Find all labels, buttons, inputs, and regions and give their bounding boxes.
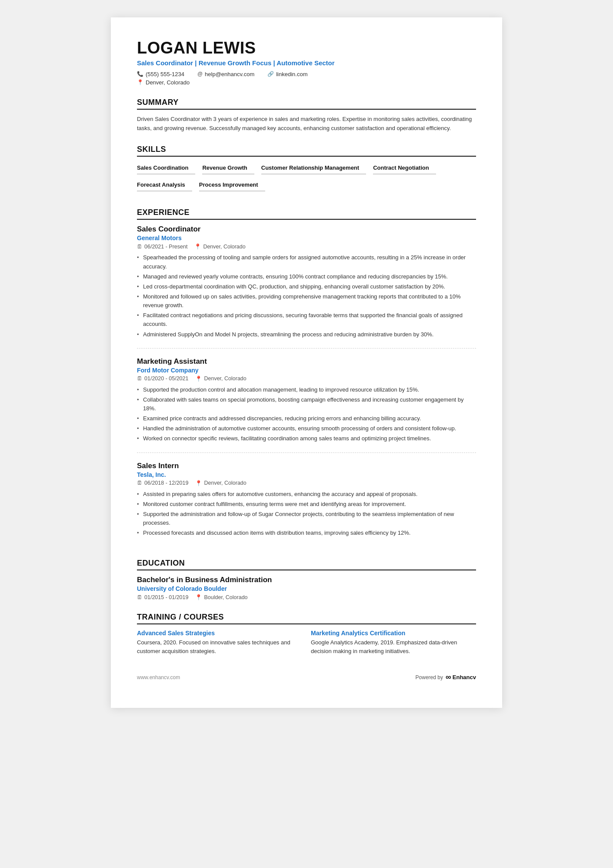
email-address: help@enhancv.com <box>205 71 254 77</box>
experience-section: EXPERIENCE Sales Coordinator General Mot… <box>137 208 476 546</box>
job-bullets-1: Spearheaded the processing of tooling an… <box>137 253 476 338</box>
training-section: TRAINING / COURSES Advanced Sales Strate… <box>137 613 476 655</box>
email-icon: @ <box>197 71 203 77</box>
resume-container: LOGAN LEWIS Sales Coordinator | Revenue … <box>111 17 502 708</box>
bullet-item: Spearheaded the processing of tooling an… <box>137 253 476 271</box>
pin-icon: 📍 <box>195 375 202 382</box>
email-contact: @ help@enhancv.com <box>197 71 254 77</box>
job-1: Sales Coordinator General Motors 🗓 06/20… <box>137 225 476 348</box>
bullet-item: Assisted in preparing sales offers for a… <box>137 490 476 499</box>
pin-icon: 📍 <box>194 243 201 250</box>
bullet-item: Monitored and followed up on sales activ… <box>137 292 476 310</box>
skill-item: Process Improvement <box>199 179 265 191</box>
enhancv-logo: ∞ Enhancv <box>446 673 476 682</box>
bullet-item: Supported the production control and all… <box>137 385 476 394</box>
edu-school: University of Colorado Boulder <box>137 585 476 592</box>
bullet-item: Facilitated contract negotiations and pr… <box>137 311 476 328</box>
job-meta-1: 🗓 06/2021 - Present 📍 Denver, Colorado <box>137 243 476 250</box>
job-location-2: 📍 Denver, Colorado <box>195 375 246 382</box>
bullet-item: Monitored customer contract fulfillments… <box>137 500 476 509</box>
calendar-icon: 🗓 <box>137 375 143 382</box>
job-dates-1: 🗓 06/2021 - Present <box>137 244 187 250</box>
contact-row-2: 📍 Denver, Colorado <box>137 79 476 86</box>
training-description-1: Coursera, 2020. Focused on innovative sa… <box>137 638 302 655</box>
job-2: Marketing Assistant Ford Motor Company 🗓… <box>137 357 476 453</box>
training-grid: Advanced Sales Strategies Coursera, 2020… <box>137 630 476 655</box>
job-location-1: 📍 Denver, Colorado <box>194 243 245 250</box>
bullet-item: Worked on connector specific reviews, fa… <box>137 434 476 443</box>
job-title-1: Sales Coordinator <box>137 225 476 234</box>
logo-brand-name: Enhancv <box>453 674 476 680</box>
skill-item: Forecast Analysis <box>137 179 192 191</box>
linkedin-contact[interactable]: 🔗 linkedin.com <box>267 71 307 77</box>
linkedin-url: linkedin.com <box>276 71 307 77</box>
job-bullets-2: Supported the production control and all… <box>137 385 476 443</box>
pin-icon: 📍 <box>195 594 202 600</box>
footer-website: www.enhancv.com <box>137 674 180 680</box>
training-description-2: Google Analytics Academy, 2019. Emphasiz… <box>311 638 476 655</box>
location-text: Denver, Colorado <box>146 79 190 86</box>
company-name-2: Ford Motor Company <box>137 367 476 374</box>
summary-text: Driven Sales Coordinator with 3 years of… <box>137 115 476 133</box>
job-bullets-3: Assisted in preparing sales offers for a… <box>137 490 476 538</box>
skill-item: Customer Relationship Management <box>261 162 366 174</box>
calendar-icon: 🗓 <box>137 594 143 600</box>
skill-item: Contract Negotiation <box>373 162 436 174</box>
training-title-1: Advanced Sales Strategies <box>137 630 302 637</box>
edu-dates: 🗓 01/2015 - 01/2019 <box>137 594 188 600</box>
training-title-2: Marketing Analytics Certification <box>311 630 476 637</box>
phone-icon: 📞 <box>137 71 143 77</box>
job-meta-2: 🗓 01/2020 - 05/2021 📍 Denver, Colorado <box>137 375 476 382</box>
candidate-title: Sales Coordinator | Revenue Growth Focus… <box>137 59 476 67</box>
job-location-3: 📍 Denver, Colorado <box>195 480 246 486</box>
bullet-item: Collaborated with sales teams on special… <box>137 395 476 413</box>
phone-number: (555) 555-1234 <box>146 71 184 77</box>
bullet-item: Examined price contracts and addressed d… <box>137 414 476 423</box>
pin-icon: 📍 <box>195 480 202 486</box>
contact-row-1: 📞 (555) 555-1234 @ help@enhancv.com 🔗 li… <box>137 71 476 77</box>
training-item-1: Advanced Sales Strategies Coursera, 2020… <box>137 630 302 655</box>
calendar-icon: 🗓 <box>137 244 143 250</box>
job-meta-3: 🗓 06/2018 - 12/2019 📍 Denver, Colorado <box>137 480 476 486</box>
company-name-3: Tesla, Inc. <box>137 471 476 478</box>
bullet-item: Administered SupplyOn and Model N projec… <box>137 330 476 339</box>
experience-heading: EXPERIENCE <box>137 208 476 220</box>
bullet-item: Handled the administration of automotive… <box>137 424 476 433</box>
bullet-item: Led cross-departmental coordination with… <box>137 282 476 291</box>
location-contact: 📍 Denver, Colorado <box>137 79 190 86</box>
edu-location: 📍 Boulder, Colorado <box>195 594 247 600</box>
candidate-name: LOGAN LEWIS <box>137 39 476 57</box>
logo-symbol: ∞ <box>446 673 451 682</box>
education-heading: EDUCATION <box>137 559 476 570</box>
summary-section: SUMMARY Driven Sales Coordinator with 3 … <box>137 98 476 133</box>
calendar-icon: 🗓 <box>137 480 143 486</box>
training-heading: TRAINING / COURSES <box>137 613 476 624</box>
skills-grid: Sales Coordination Revenue Growth Custom… <box>137 162 476 196</box>
header: LOGAN LEWIS Sales Coordinator | Revenue … <box>137 39 476 86</box>
powered-by-text: Powered by <box>416 674 443 680</box>
link-icon: 🔗 <box>267 71 274 77</box>
resume-footer: www.enhancv.com Powered by ∞ Enhancv <box>137 673 476 682</box>
job-dates-3: 🗓 06/2018 - 12/2019 <box>137 480 188 486</box>
company-name-1: General Motors <box>137 235 476 241</box>
location-icon: 📍 <box>137 79 143 85</box>
edu-meta: 🗓 01/2015 - 01/2019 📍 Boulder, Colorado <box>137 594 476 600</box>
footer-brand: Powered by ∞ Enhancv <box>416 673 476 682</box>
edu-degree: Bachelor's in Business Administration <box>137 576 476 584</box>
phone-contact: 📞 (555) 555-1234 <box>137 71 184 77</box>
summary-heading: SUMMARY <box>137 98 476 110</box>
job-title-2: Marketing Assistant <box>137 357 476 366</box>
job-dates-2: 🗓 01/2020 - 05/2021 <box>137 375 188 382</box>
bullet-item: Supported the administration and follow-… <box>137 510 476 527</box>
bullet-item: Processed forecasts and discussed action… <box>137 529 476 537</box>
bullet-item: Managed and reviewed yearly volume contr… <box>137 272 476 281</box>
skills-section: SKILLS Sales Coordination Revenue Growth… <box>137 145 476 196</box>
job-title-3: Sales Intern <box>137 462 476 470</box>
skills-heading: SKILLS <box>137 145 476 157</box>
skill-item: Sales Coordination <box>137 162 195 174</box>
skill-item: Revenue Growth <box>202 162 254 174</box>
job-3: Sales Intern Tesla, Inc. 🗓 06/2018 - 12/… <box>137 462 476 547</box>
training-item-2: Marketing Analytics Certification Google… <box>311 630 476 655</box>
education-section: EDUCATION Bachelor's in Business Adminis… <box>137 559 476 600</box>
